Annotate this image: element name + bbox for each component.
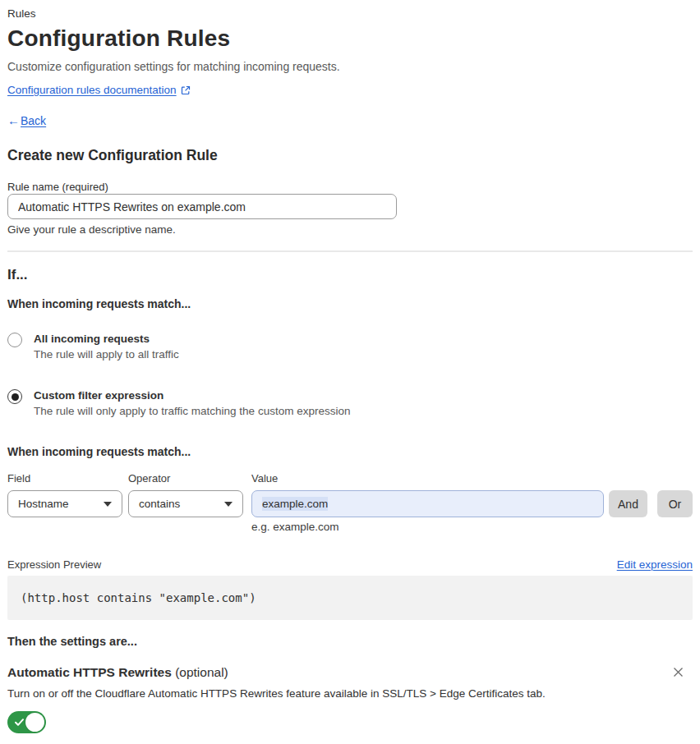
chevron-down-icon xyxy=(104,502,112,507)
breadcrumb: Rules xyxy=(7,7,693,21)
expression-preview-code: (http.host contains "example.com") xyxy=(7,576,693,620)
operator-select[interactable]: contains xyxy=(128,490,243,517)
radio-unselected-icon[interactable] xyxy=(7,333,22,347)
page-title: Configuration Rules xyxy=(7,24,693,53)
chevron-down-icon xyxy=(224,502,233,507)
and-button[interactable]: And xyxy=(609,490,647,517)
toggle-knob xyxy=(25,713,44,732)
back-arrow-icon: ← xyxy=(7,114,20,127)
rule-name-help: Give your rule a descriptive name. xyxy=(7,223,693,237)
rule-name-input[interactable] xyxy=(7,194,397,219)
field-select-value: Hostname xyxy=(18,498,69,510)
field-label: Field xyxy=(7,472,128,485)
radio-all-incoming-requests[interactable]: All incoming requests The rule will appl… xyxy=(7,332,693,361)
section-divider xyxy=(7,250,693,252)
setting-name: Automatic HTTPS Rewrites xyxy=(7,665,172,679)
rule-name-label: Rule name (required) xyxy=(7,181,108,193)
match-heading: When incoming requests match... xyxy=(7,297,693,311)
value-label: Value xyxy=(251,472,693,485)
radio-selected-icon[interactable] xyxy=(7,389,22,404)
setting-description: Turn on or off the Cloudflare Automatic … xyxy=(7,687,693,700)
radio-custom-filter-expression[interactable]: Custom filter expression The rule will o… xyxy=(7,388,693,418)
field-select[interactable]: Hostname xyxy=(7,490,122,517)
value-hint: e.g. example.com xyxy=(251,521,693,534)
external-link-icon xyxy=(181,85,191,95)
radio-label: All incoming requests xyxy=(34,332,179,346)
if-heading: If... xyxy=(7,266,693,283)
create-rule-heading: Create new Configuration Rule xyxy=(7,146,693,164)
close-icon xyxy=(672,666,684,678)
or-button[interactable]: Or xyxy=(657,490,693,517)
documentation-link[interactable]: Configuration rules documentation xyxy=(7,84,177,97)
operator-select-value: contains xyxy=(139,498,180,510)
radio-description: The rule will apply to all traffic xyxy=(34,347,179,361)
setting-toggle-on[interactable] xyxy=(7,711,46,733)
operator-label: Operator xyxy=(128,472,251,485)
page-description: Customize configuration settings for mat… xyxy=(7,60,693,74)
checkmark-icon xyxy=(14,717,25,730)
setting-optional-tag: (optional) xyxy=(175,665,228,679)
radio-description: The rule will only apply to traffic matc… xyxy=(34,404,350,418)
setting-title: Automatic HTTPS Rewrites (optional) xyxy=(7,664,228,680)
value-input[interactable]: example.com xyxy=(251,490,604,517)
radio-label: Custom filter expression xyxy=(34,388,350,402)
expression-preview-label: Expression Preview xyxy=(7,558,101,572)
close-setting-button[interactable] xyxy=(670,664,686,680)
then-heading: Then the settings are... xyxy=(7,635,693,649)
value-input-text: example.com xyxy=(262,497,328,511)
back-link[interactable]: Back xyxy=(21,114,46,127)
builder-heading: When incoming requests match... xyxy=(7,445,693,459)
edit-expression-link[interactable]: Edit expression xyxy=(617,558,693,572)
